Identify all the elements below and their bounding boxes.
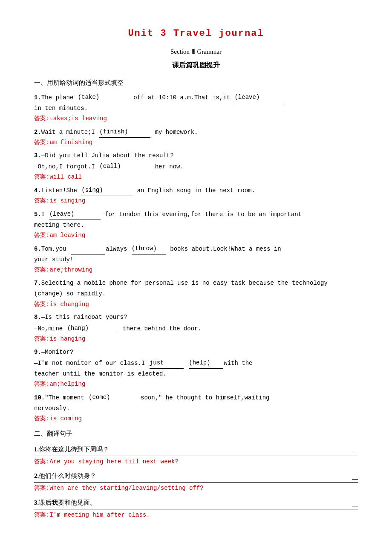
tq3-answer: 答案:I'm meeting him after class. bbox=[34, 510, 358, 520]
question-10: 10."The moment (come)soon," he thought t… bbox=[34, 392, 358, 424]
q9-answer: 答案:am;helping bbox=[34, 379, 358, 390]
page-title: Unit 3 Travel journal bbox=[34, 26, 358, 41]
question-3-text: 3.—Did you tell Julia about the result? … bbox=[34, 150, 358, 172]
q1-blank2: (leave) bbox=[234, 92, 285, 103]
subheader-bold: 课后篇 bbox=[172, 61, 193, 69]
part1-title: 一、用所给动词的适当形式填空 bbox=[34, 78, 358, 89]
question-7-text: 7.Selecting a mobile phone for personal … bbox=[34, 278, 358, 299]
q10-blank1: (come) bbox=[89, 392, 140, 403]
q6-answer: 答案:are;throwing bbox=[34, 265, 358, 275]
question-4-text: 4.Listen!She (sing) an English song in t… bbox=[34, 185, 358, 196]
q5-answer: 答案:am leaving bbox=[34, 231, 358, 241]
q7-answer: 答案:is changing bbox=[34, 300, 358, 310]
question-10-text: 10."The moment (come)soon," he thought t… bbox=[34, 392, 358, 414]
q3-number: 3. bbox=[34, 152, 41, 159]
q6-blank1 bbox=[71, 254, 105, 254]
q1-answer: 答案:takes;is leaving bbox=[34, 114, 358, 124]
section-header: Section Ⅲ Grammar bbox=[34, 46, 358, 58]
q7-number: 7. bbox=[34, 280, 41, 286]
tq1-number: 1. bbox=[34, 446, 39, 453]
q2-number: 2. bbox=[34, 129, 41, 136]
question-1: 1.The plane (take) off at 10:10 a.m.That… bbox=[34, 92, 358, 124]
q2-blank1: (finish) bbox=[99, 127, 150, 138]
question-8: 8.—Is this raincoat yours? —No,mine (han… bbox=[34, 312, 358, 344]
translation-1: 1.你将在这儿待到下周吗？ 答案:Are you staying here ti… bbox=[34, 443, 358, 467]
tq2-right-line bbox=[352, 479, 358, 480]
q3-answer: 答案:will call bbox=[34, 172, 358, 182]
tq1-answer: 答案:Are you staying here till next week? bbox=[34, 457, 358, 467]
tq3-right-line bbox=[352, 506, 358, 506]
q5-number: 5. bbox=[34, 211, 41, 218]
question-4: 4.Listen!She (sing) an English song in t… bbox=[34, 185, 358, 206]
q2-answer: 答案:am finishing bbox=[34, 138, 358, 148]
question-2-text: 2.Wait a minute;I (finish) my homework. bbox=[34, 127, 358, 138]
q9-blank2: (help) bbox=[189, 358, 223, 369]
tq1-text: 1.你将在这儿待到下周吗？ bbox=[34, 443, 109, 456]
q4-number: 4. bbox=[34, 187, 41, 194]
question-6: 6.Tom,you always (throw) books about.Loo… bbox=[34, 243, 358, 275]
tq3-text: 3.课后我要和他见面。 bbox=[34, 496, 96, 509]
question-9: 9.—Monitor? —I'm not monitor of our clas… bbox=[34, 347, 358, 390]
q10-number: 10. bbox=[34, 394, 45, 401]
q9-number: 9. bbox=[34, 349, 41, 356]
part2-title: 二、翻译句子 bbox=[34, 428, 358, 439]
question-5: 5.I (leave) for London this evening,for … bbox=[34, 209, 358, 241]
question-6-text: 6.Tom,you always (throw) books about.Loo… bbox=[34, 243, 358, 265]
tq2-number: 2. bbox=[34, 472, 39, 479]
question-1-text: 1.The plane (take) off at 10:10 a.m.That… bbox=[34, 92, 358, 114]
q4-answer: 答案:is singing bbox=[34, 196, 358, 206]
question-8-text: 8.—Is this raincoat yours? —No,mine (han… bbox=[34, 312, 358, 334]
section-subheader: 课后篇巩固提升 bbox=[34, 59, 358, 71]
q1-blank1: (take) bbox=[78, 92, 129, 103]
tq1-blank-line bbox=[34, 456, 358, 456]
tq1-right-line bbox=[352, 453, 358, 453]
q1-number: 1. bbox=[34, 94, 41, 101]
tq2-text: 2.他们什么时候动身？ bbox=[34, 469, 96, 482]
tq2-blank-line bbox=[34, 482, 358, 483]
question-7: 7.Selecting a mobile phone for personal … bbox=[34, 278, 358, 309]
translation-2: 2.他们什么时候动身？ 答案:When are they starting/le… bbox=[34, 469, 358, 494]
q5-blank1: (leave) bbox=[49, 209, 101, 220]
tq3-blank-line bbox=[34, 509, 358, 509]
translation-3: 3.课后我要和他见面。 答案:I'm meeting him after cla… bbox=[34, 496, 358, 520]
q6-blank2: (throw) bbox=[132, 243, 166, 254]
q8-number: 8. bbox=[34, 314, 41, 321]
q9-blank1: just bbox=[150, 358, 184, 369]
subheader-suffix: 巩固提升 bbox=[193, 61, 220, 69]
q6-number: 6. bbox=[34, 246, 41, 252]
q4-blank1: (sing) bbox=[81, 185, 133, 196]
question-9-text: 9.—Monitor? —I'm not monitor of our clas… bbox=[34, 347, 358, 380]
question-5-text: 5.I (leave) for London this evening,for … bbox=[34, 209, 358, 231]
tq3-number: 3. bbox=[34, 499, 39, 506]
q8-answer: 答案:is hanging bbox=[34, 334, 358, 344]
q10-answer: 答案:is coming bbox=[34, 414, 358, 424]
q8-blank1: (hang) bbox=[67, 323, 118, 334]
question-3: 3.—Did you tell Julia about the result? … bbox=[34, 150, 358, 182]
question-2: 2.Wait a minute;I (finish) my homework. … bbox=[34, 127, 358, 148]
q3-blank1: (call) bbox=[99, 161, 150, 172]
tq2-answer: 答案:When are they starting/leaving/settin… bbox=[34, 483, 358, 494]
